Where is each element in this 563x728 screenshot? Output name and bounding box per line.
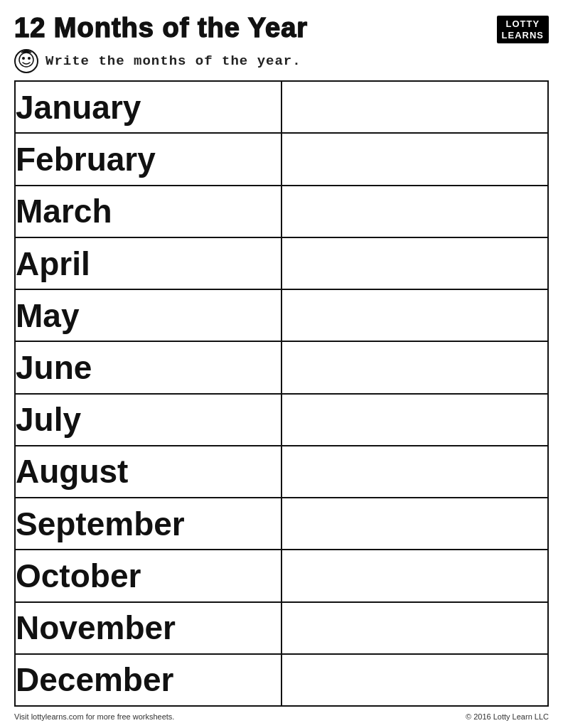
- month-label: October: [15, 550, 282, 601]
- instruction-text: Write the months of the year.: [45, 53, 301, 69]
- logo-line1: LOTTY: [505, 18, 540, 30]
- month-write-area[interactable]: [282, 341, 548, 393]
- month-write-area[interactable]: [282, 81, 548, 133]
- month-write-area[interactable]: [282, 654, 548, 706]
- svg-point-3: [28, 57, 31, 60]
- month-write-area[interactable]: [282, 602, 548, 654]
- footer-left-suffix: for more free worksheets.: [84, 712, 175, 721]
- month-write-area[interactable]: [282, 237, 548, 289]
- table-row: January: [15, 81, 548, 133]
- table-row: June: [15, 341, 548, 393]
- month-label: January: [15, 81, 282, 133]
- month-write-area[interactable]: [282, 550, 548, 601]
- month-write-area[interactable]: [282, 446, 548, 498]
- table-row: December: [15, 654, 548, 706]
- logo: LOTTY LEARNS: [497, 16, 549, 43]
- month-write-area[interactable]: [282, 394, 548, 446]
- table-row: September: [15, 498, 548, 550]
- table-row: February: [15, 133, 548, 185]
- month-label: June: [15, 341, 282, 393]
- page-header: 12 Months of the Year LOTTY LEARNS: [14, 13, 549, 43]
- table-row: November: [15, 602, 548, 654]
- page-title: 12 Months of the Year: [14, 13, 308, 43]
- month-write-area[interactable]: [282, 289, 548, 341]
- logo-line2: LEARNS: [502, 30, 544, 41]
- month-label: July: [15, 394, 282, 446]
- table-row: August: [15, 446, 548, 498]
- month-label: September: [15, 498, 282, 550]
- month-label: November: [15, 602, 282, 654]
- instruction-row: Write the months of the year.: [14, 49, 549, 73]
- month-label: August: [15, 446, 282, 498]
- table-row: April: [15, 237, 548, 289]
- footer-left: Visit lottylearns.com for more free work…: [14, 712, 174, 721]
- month-write-area[interactable]: [282, 186, 548, 237]
- months-table: JanuaryFebruaryMarchAprilMayJuneJulyAugu…: [14, 80, 549, 707]
- month-write-area[interactable]: [282, 133, 548, 185]
- month-label: April: [15, 237, 282, 289]
- svg-point-1: [19, 53, 33, 67]
- table-row: May: [15, 289, 548, 341]
- character-icon: [14, 49, 38, 73]
- page-footer: Visit lottylearns.com for more free work…: [14, 712, 549, 721]
- footer-right: © 2016 Lotty Learn LLC: [466, 712, 549, 721]
- month-label: December: [15, 654, 282, 706]
- month-label: May: [15, 289, 282, 341]
- table-row: March: [15, 186, 548, 237]
- svg-point-2: [22, 57, 25, 60]
- footer-link[interactable]: lottylearns.com: [31, 712, 84, 721]
- month-label: February: [15, 133, 282, 185]
- footer-left-prefix: Visit: [14, 712, 31, 721]
- month-label: March: [15, 186, 282, 237]
- table-row: October: [15, 550, 548, 601]
- month-write-area[interactable]: [282, 498, 548, 550]
- title-block: 12 Months of the Year: [14, 13, 308, 43]
- table-row: July: [15, 394, 548, 446]
